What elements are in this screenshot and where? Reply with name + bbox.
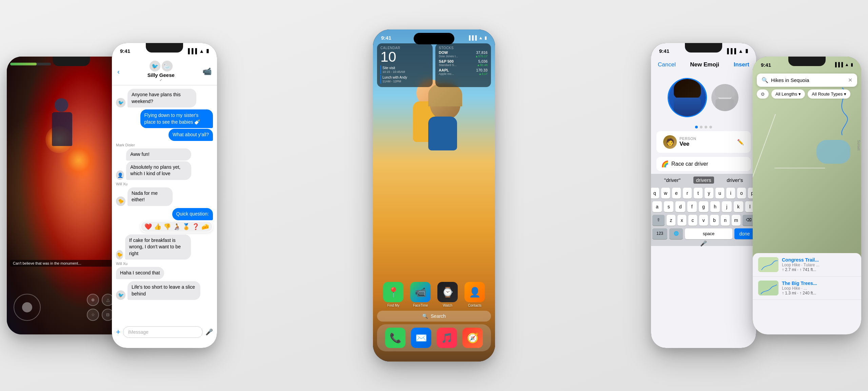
key-r[interactable]: r	[683, 188, 692, 199]
react-thumbsup[interactable]: 👍	[154, 223, 161, 230]
prediction-1[interactable]: "driver"	[662, 177, 683, 184]
watch-icon: ⌚	[437, 282, 458, 302]
phone-emoji: 9:41 ▐▐▐ ▲ ▮ Cancel New Emoji Insert	[651, 43, 756, 348]
key-u[interactable]: u	[715, 188, 724, 199]
result-meta-1: ↑ 2.7 mi · ↑ 741 ft...	[782, 267, 856, 272]
search-text-maps[interactable]: Hikes in Sequoia	[771, 77, 845, 83]
key-v[interactable]: v	[699, 215, 708, 226]
dot-4	[709, 126, 712, 128]
app-icons-row: 📍 Find My 📹 FaceTime ⌚ Watch 👤 Contacts	[377, 282, 491, 307]
home-search-bar[interactable]: 🔍 Search	[377, 311, 491, 322]
key-e[interactable]: e	[672, 188, 681, 199]
key-b[interactable]: b	[710, 215, 719, 226]
facetime-app[interactable]: 📹 FaceTime	[410, 282, 431, 307]
phone-app[interactable]: 📞	[385, 328, 406, 348]
filter-route-types[interactable]: All Route Types ▾	[808, 89, 850, 99]
key-z[interactable]: z	[667, 215, 675, 226]
mic-emoji[interactable]: 🎤	[700, 240, 707, 247]
imessage-placeholder: iMessage	[128, 329, 149, 335]
result-item-2[interactable]: The Big Trees... Loop Hike · ... ↑ 1.3 m…	[753, 276, 861, 300]
insert-button[interactable]: Insert	[734, 61, 749, 68]
key-g[interactable]: g	[699, 201, 708, 212]
notch-maps	[788, 57, 826, 66]
text-input-area[interactable]: 🌈 Race car driver	[656, 157, 751, 171]
key-s[interactable]: s	[664, 201, 673, 212]
facetime-label: FaceTime	[413, 304, 428, 307]
key-i[interactable]: i	[726, 188, 735, 199]
search-field-maps[interactable]: 🔍 Hikes in Sequoia ✕	[757, 74, 857, 87]
key-q[interactable]: q	[651, 188, 659, 199]
person-label-row: 🧑 PERSON Vee ✏️	[656, 131, 751, 153]
predictions-row: "driver" drivers driver's	[651, 174, 756, 186]
key-h[interactable]: h	[710, 201, 720, 212]
back-button[interactable]: ‹	[117, 68, 120, 76]
text-input-field[interactable]: Race car driver	[671, 161, 746, 167]
emoji-avatar-ghost[interactable]	[711, 84, 738, 111]
msg-bubble-9: Haha I second that	[116, 267, 164, 279]
calendar-widget[interactable]: Calendar 10 Site visit10:15 - 10:45AM Lu…	[377, 43, 433, 87]
msg-bubble-8: If cake for breakfast is wrong, I don't …	[125, 234, 191, 260]
prediction-3[interactable]: driver's	[724, 177, 746, 184]
key-y[interactable]: y	[705, 188, 713, 199]
video-call-icon[interactable]: 📹	[202, 67, 212, 76]
edit-icon[interactable]: ✏️	[737, 139, 744, 145]
music-app[interactable]: 🎵	[437, 328, 457, 348]
key-row-1: q w e r t y u i o p	[652, 186, 755, 200]
result-name-1[interactable]: Congress Trail...	[782, 257, 856, 263]
react-cheese[interactable]: 🧀	[201, 223, 209, 230]
compass-app-icon: 🧭	[462, 328, 483, 348]
prediction-2[interactable]: drivers	[693, 177, 714, 184]
action-btn-4[interactable]: ☆	[87, 309, 99, 321]
react-thumbsdown[interactable]: 👎	[163, 223, 171, 230]
contacts-app[interactable]: 👤 Contacts	[465, 282, 485, 307]
close-button-maps[interactable]: ✕	[848, 77, 852, 83]
group-name[interactable]: Silly Geese	[147, 72, 175, 78]
key-row-2: a s d f g h j k l	[652, 200, 755, 213]
emoji-reactions[interactable]: ❤️ 👍 👎 🧑‍🦽 🏅 ❓ 🧀	[140, 221, 213, 232]
result-name-2[interactable]: The Big Trees...	[782, 281, 856, 286]
result-sub-1: Loop Hike · Tulare ...	[782, 263, 856, 267]
result-item-1[interactable]: Congress Trail... Loop Hike · Tulare ...…	[753, 253, 861, 276]
key-w[interactable]: w	[661, 188, 670, 199]
filter-types-label: All Route Types	[812, 91, 843, 97]
mail-app[interactable]: ✉️	[411, 328, 431, 348]
person-type: PERSON	[679, 137, 734, 141]
filter-location[interactable]: ⊙	[757, 89, 769, 99]
watch-app[interactable]: ⌚ Watch	[437, 282, 458, 307]
react-question[interactable]: ❓	[192, 223, 199, 230]
joystick[interactable]	[14, 294, 41, 321]
findmy-icon: 📍	[383, 282, 403, 302]
emoji-avatar-main[interactable]	[669, 79, 706, 116]
filter-lengths[interactable]: All Lengths ▾	[771, 89, 805, 99]
contacts-label: Contacts	[468, 304, 481, 307]
imessage-input[interactable]: iMessage	[123, 326, 203, 338]
key-n[interactable]: n	[721, 215, 730, 226]
mic-icon[interactable]: 🎤	[205, 328, 213, 336]
key-numbers[interactable]: 123	[652, 228, 667, 239]
react-emoji1[interactable]: 🧑‍🦽	[173, 223, 180, 230]
key-emoji-kb[interactable]: 🌐	[669, 228, 683, 239]
key-space[interactable]: space	[685, 228, 732, 239]
plus-button[interactable]: +	[116, 328, 120, 336]
key-x[interactable]: x	[677, 215, 686, 226]
react-emoji2[interactable]: 🏅	[182, 223, 190, 230]
msg-group-4: Will Xu 🐤 Nada for me either!	[116, 182, 213, 206]
key-d[interactable]: d	[675, 201, 685, 212]
react-heart[interactable]: ❤️	[144, 223, 152, 230]
key-o[interactable]: o	[737, 188, 746, 199]
key-j[interactable]: j	[722, 201, 731, 212]
key-f[interactable]: f	[687, 201, 697, 212]
key-done[interactable]: done	[734, 228, 755, 239]
findmy-app[interactable]: 📍 Find My	[383, 282, 403, 307]
key-m[interactable]: m	[732, 215, 741, 226]
stocks-widget[interactable]: Stocks DOW Dow Jones I... 37,816 ▲570.17	[435, 43, 491, 87]
emoji-time: 9:41	[659, 48, 669, 54]
key-k[interactable]: k	[734, 201, 743, 212]
key-shift[interactable]: ⇧	[652, 215, 665, 226]
key-c[interactable]: c	[688, 215, 697, 226]
action-btn-1[interactable]: ⊕	[87, 294, 99, 306]
compass-app[interactable]: 🧭	[462, 328, 483, 348]
key-t[interactable]: t	[694, 188, 703, 199]
key-a[interactable]: a	[652, 201, 662, 212]
cancel-button[interactable]: Cancel	[658, 61, 676, 68]
